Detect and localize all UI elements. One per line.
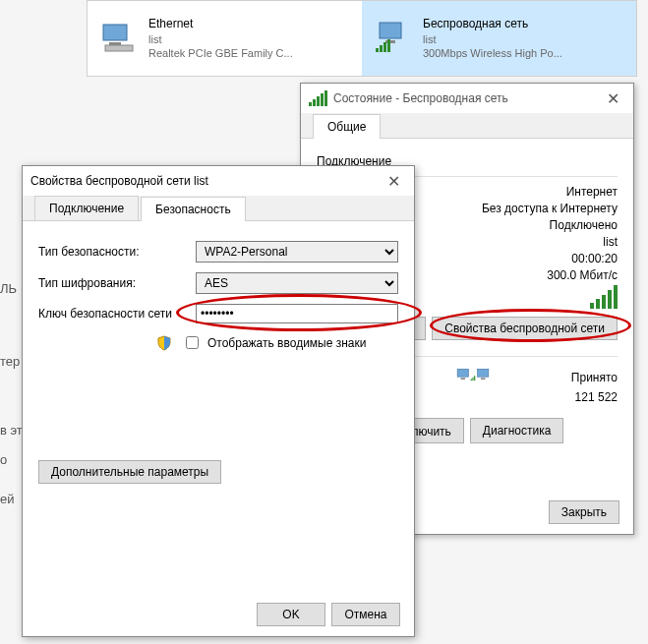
close-icon[interactable]: ✕: [382, 172, 406, 191]
svg-rect-12: [481, 378, 486, 380]
svg-rect-8: [387, 39, 390, 52]
activity-recv-label: Принято: [571, 371, 618, 384]
ok-button[interactable]: OK: [257, 603, 325, 626]
security-type-select[interactable]: WPA2-Personal: [196, 241, 398, 263]
svg-rect-3: [380, 23, 401, 38]
ssid-value: list: [603, 235, 618, 249]
bg-text: ЛЬ: [0, 281, 17, 296]
svg-rect-6: [380, 45, 383, 52]
svg-rect-15: [474, 376, 475, 381]
svg-rect-10: [477, 369, 488, 377]
bg-text: ей: [0, 492, 15, 506]
ethernet-title: Ethernet: [148, 17, 293, 32]
tab-connection[interactable]: Подключение: [34, 196, 139, 220]
ethernet-adapter-icon: [99, 19, 139, 58]
svg-rect-7: [383, 42, 386, 52]
signal-bars-icon: [590, 285, 618, 309]
ethernet-network-name: list: [148, 32, 293, 46]
speed-value: 300.0 Мбит/с: [547, 268, 618, 282]
ethernet-adapter-name: Realtek PCIe GBE Family C...: [148, 46, 293, 60]
svg-rect-13: [470, 379, 471, 381]
ipv6-value: Без доступа к Интернету: [482, 202, 618, 215]
bg-text: в эт: [0, 423, 23, 438]
wifi-adapter-icon: [374, 19, 413, 58]
bg-text: тер: [0, 354, 20, 369]
cancel-button[interactable]: Отмена: [331, 603, 400, 626]
security-key-label: Ключ безопасности сети: [38, 307, 196, 321]
props-tabs: Подключение Безопасность: [23, 196, 414, 221]
tab-general[interactable]: Общие: [313, 114, 381, 139]
status-titlebar[interactable]: Состояние - Беспроводная сеть ✕: [301, 84, 633, 113]
svg-rect-9: [457, 369, 468, 377]
svg-rect-14: [472, 378, 473, 381]
encryption-type-label: Тип шифрования:: [38, 276, 196, 290]
close-icon[interactable]: ✕: [601, 89, 625, 108]
advanced-settings-button[interactable]: Дополнительные параметры: [38, 460, 221, 484]
svg-rect-0: [103, 25, 127, 40]
show-characters-label: Отображать вводимые знаки: [207, 336, 366, 350]
signal-bars-icon: [309, 90, 327, 106]
status-tabs: Общие: [301, 113, 633, 139]
duration-value: 00:00:20: [571, 252, 618, 265]
svg-rect-5: [376, 48, 379, 52]
wireless-properties-window: Свойства беспроводной сети list ✕ Подклю…: [22, 165, 415, 637]
props-titlebar[interactable]: Свойства беспроводной сети list ✕: [23, 166, 414, 196]
diagnose-button[interactable]: Диагностика: [470, 418, 564, 443]
wireless-title: Беспроводная сеть: [423, 17, 562, 32]
svg-rect-2: [105, 45, 133, 51]
network-connections-panel: Ethernet list Realtek PCIe GBE Family C.…: [87, 0, 637, 77]
shield-icon: [156, 335, 172, 351]
activity-computers-icon: [456, 367, 490, 388]
svg-rect-11: [460, 378, 465, 380]
ipv4-value: Интернет: [566, 185, 618, 199]
status-window-title: Состояние - Беспроводная сеть: [333, 91, 601, 105]
activity-recv-value: 121 522: [575, 390, 618, 404]
security-key-input[interactable]: [196, 304, 398, 323]
tab-security[interactable]: Безопасность: [141, 197, 246, 221]
wireless-properties-button[interactable]: Свойства беспроводной сети: [432, 317, 618, 340]
media-value: Подключено: [550, 218, 618, 232]
bg-text: о: [0, 452, 7, 467]
wireless-adapter-name: 300Mbps Wireless High Po...: [423, 46, 562, 60]
network-item-ethernet[interactable]: Ethernet list Realtek PCIe GBE Family C.…: [88, 1, 362, 76]
security-type-label: Тип безопасности:: [38, 245, 196, 259]
wireless-network-name: list: [423, 32, 562, 46]
close-button[interactable]: Закрыть: [549, 500, 619, 524]
encryption-type-select[interactable]: AES: [196, 272, 398, 294]
show-characters-checkbox[interactable]: [186, 336, 199, 349]
props-window-title: Свойства беспроводной сети list: [30, 174, 382, 188]
network-item-wireless[interactable]: Беспроводная сеть list 300Mbps Wireless …: [362, 1, 636, 76]
